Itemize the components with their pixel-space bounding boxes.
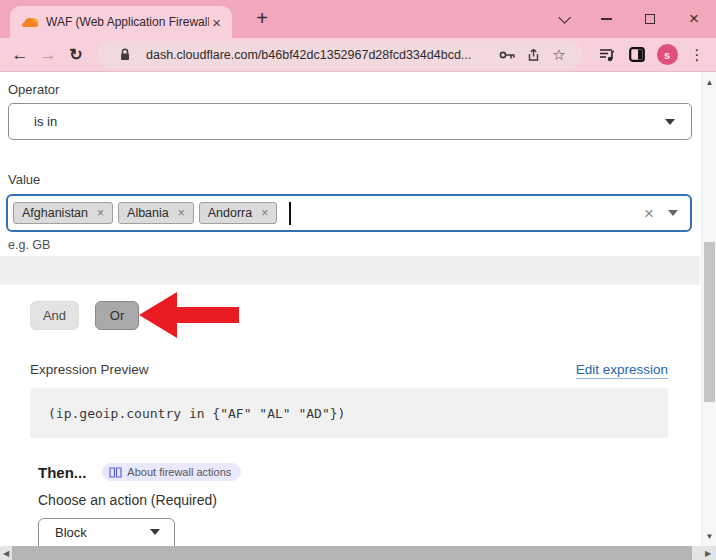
book-icon [109, 467, 122, 478]
media-controls-icon[interactable] [592, 48, 622, 62]
operator-label: Operator [8, 82, 59, 97]
address-bar[interactable]: dash.cloudflare.com/b46bf42dc1352967d28f… [98, 41, 582, 69]
tab-search-button[interactable] [540, 0, 584, 38]
expression-preview-box: (ip.geoip.country in {"AF" "AL" "AD"}) [30, 388, 668, 438]
maximize-icon [645, 14, 655, 24]
action-value: Block [55, 525, 87, 540]
url-text[interactable]: dash.cloudflare.com/b46bf42dc1352967d28f… [146, 48, 494, 62]
window-close-button[interactable]: × [672, 0, 716, 38]
value-hint: e.g. GB [8, 238, 50, 252]
maximize-button[interactable] [628, 0, 672, 38]
tag-label: Albania [127, 206, 169, 220]
vertical-scrollbar[interactable]: ▲ ▼ [701, 72, 716, 546]
minimize-button[interactable] [584, 0, 628, 38]
text-cursor [289, 202, 291, 225]
browser-toolbar: ← → ↻ dash.cloudflare.com/b46bf42dc13529… [0, 38, 716, 72]
share-icon[interactable] [520, 48, 546, 62]
clear-all-icon[interactable]: × [644, 205, 654, 222]
tag-remove-icon[interactable]: × [97, 206, 104, 220]
browser-window: WAF (Web Application Firewall) × + × ← →… [0, 0, 716, 560]
tag-label: Andorra [208, 206, 252, 220]
back-button[interactable]: ← [6, 41, 34, 69]
badge-label: About firewall actions [127, 466, 231, 478]
browser-menu-icon[interactable]: ⋮ [682, 46, 712, 64]
value-multiselect-input[interactable]: Afghanistan × Albania × Andorra × × [6, 194, 692, 232]
scroll-right-arrow[interactable]: ▶ [702, 546, 714, 560]
scroll-down-arrow[interactable]: ▼ [702, 528, 716, 544]
tab-strip: WAF (Web Application Firewall) × + × [0, 0, 716, 38]
avatar-letter: s [657, 44, 678, 65]
lock-icon[interactable] [112, 48, 138, 61]
page-content: Operator is in Value Afghanistan × Alban… [0, 72, 716, 560]
tag-remove-icon[interactable]: × [261, 206, 268, 220]
value-label: Value [8, 172, 40, 187]
about-firewall-actions-badge[interactable]: About firewall actions [102, 463, 241, 481]
vertical-scrollbar-thumb[interactable] [704, 242, 715, 402]
expression-code: (ip.geoip.country in {"AF" "AL" "AD"}) [48, 406, 345, 421]
country-tag: Albania × [118, 202, 194, 224]
bookmark-star-icon[interactable]: ☆ [546, 46, 572, 64]
dropdown-caret-icon [665, 119, 675, 125]
red-pointer-arrow-icon [139, 292, 239, 342]
forward-button[interactable]: → [34, 41, 62, 69]
side-panel-icon[interactable] [622, 47, 652, 62]
operator-select[interactable]: is in [8, 103, 692, 140]
toolbar-right: s ⋮ [592, 44, 712, 65]
browser-tab[interactable]: WAF (Web Application Firewall) × [10, 6, 232, 38]
horizontal-scrollbar[interactable]: ◀ ▶ [0, 546, 716, 560]
scroll-up-arrow[interactable]: ▲ [702, 74, 716, 90]
reload-button[interactable]: ↻ [62, 41, 90, 69]
section-divider [0, 256, 700, 285]
operator-value: is in [34, 114, 57, 129]
tag-label: Afghanistan [22, 206, 88, 220]
scroll-left-arrow[interactable]: ◀ [0, 546, 12, 560]
tag-remove-icon[interactable]: × [178, 206, 185, 220]
password-key-icon[interactable] [494, 49, 520, 61]
window-controls: × [540, 0, 716, 38]
expression-preview-label: Expression Preview [30, 362, 149, 377]
edit-expression-link[interactable]: Edit expression [576, 362, 668, 379]
or-button[interactable]: Or [95, 301, 139, 330]
minimize-icon [601, 18, 612, 20]
profile-avatar[interactable]: s [652, 44, 682, 65]
new-tab-button[interactable]: + [248, 4, 276, 32]
tab-title: WAF (Web Application Firewall) [46, 15, 209, 29]
horizontal-scrollbar-thumb[interactable] [12, 546, 692, 560]
then-row: Then... About firewall actions [38, 463, 241, 481]
dropdown-caret-icon[interactable] [668, 210, 678, 216]
chevron-down-icon [558, 11, 571, 24]
tab-close-icon[interactable]: × [209, 14, 224, 31]
and-button[interactable]: And [30, 301, 79, 330]
country-tag: Afghanistan × [13, 202, 113, 224]
then-label: Then... [38, 464, 86, 481]
dropdown-caret-icon [150, 529, 160, 535]
cloudflare-favicon-icon [22, 14, 39, 31]
choose-action-label: Choose an action (Required) [38, 492, 217, 508]
country-tag: Andorra × [199, 202, 278, 224]
